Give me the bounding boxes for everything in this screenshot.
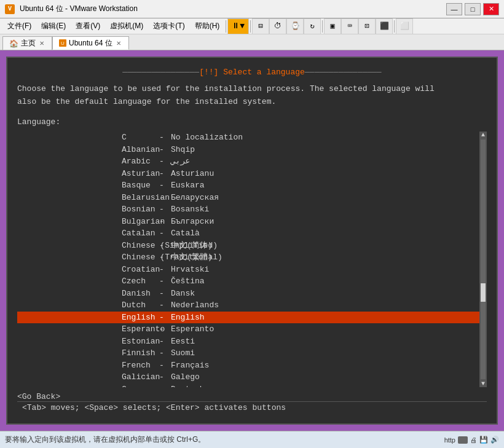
list-item[interactable]: Bulgarian-Български xyxy=(17,216,479,228)
main-content: ———————————————— [!!] Select a language … xyxy=(0,50,504,431)
lang-native: Galego xyxy=(171,371,479,383)
status-bar: <Tab> moves; <Space> selects; <Enter> ac… xyxy=(17,401,487,414)
scroll-down[interactable]: ▼ xyxy=(479,380,487,387)
menu-tabs[interactable]: 选项卡(T) xyxy=(148,20,189,33)
menu-help[interactable]: 帮助(H) xyxy=(190,20,225,33)
pause-button[interactable]: ⏸▼ xyxy=(227,18,249,34)
scrollbar[interactable]: ▲ ▼ xyxy=(479,132,487,387)
lang-dash: - xyxy=(152,383,171,387)
description: Choose the language to be used for the i… xyxy=(17,83,487,109)
list-item[interactable]: C-No localization xyxy=(17,132,479,144)
tab-ubuntu[interactable]: U Ubuntu 64 位 ✕ xyxy=(52,36,129,50)
lang-native: English xyxy=(171,312,479,324)
lang-native: Esperanto xyxy=(171,323,479,336)
lang-native: Français xyxy=(171,360,479,372)
lang-name: Danish xyxy=(17,288,152,300)
keyboard-button[interactable]: ⌨ xyxy=(341,18,358,34)
list-item[interactable]: Czech-Čeština xyxy=(17,275,479,288)
desc-line1: Choose the language to be used for the i… xyxy=(17,84,435,93)
screenshot-button[interactable]: ⊟ xyxy=(252,18,269,34)
go-back-button[interactable]: <Go Back> xyxy=(17,392,487,401)
lang-native: Asturianu xyxy=(171,168,479,180)
network-button[interactable]: ⌚ xyxy=(286,18,304,34)
language-list[interactable]: C-No localizationAlbanian-ShqipArabic-عر… xyxy=(17,132,479,387)
lang-name: French xyxy=(17,360,152,372)
menu-view[interactable]: 查看(V) xyxy=(71,20,105,33)
lang-native: Suomi xyxy=(171,347,479,360)
fullscreen-button[interactable]: ⬜ xyxy=(396,18,413,34)
menu-edit[interactable]: 编辑(E) xyxy=(36,20,71,33)
lang-native: Bosanski xyxy=(171,203,479,216)
scroll-up[interactable]: ▲ xyxy=(479,132,487,138)
close-button[interactable]: ✕ xyxy=(483,3,499,15)
lang-dash: - xyxy=(152,216,171,228)
lang-native: Deutsch xyxy=(171,383,479,387)
separator-3 xyxy=(322,20,323,33)
lang-native: Dansk xyxy=(171,288,479,300)
tab-ubuntu-label: Ubuntu 64 位 xyxy=(69,38,112,49)
lang-name: Czech xyxy=(17,275,152,288)
language-label: Language: xyxy=(17,116,487,128)
menu-file[interactable]: 文件(F) xyxy=(2,20,36,33)
dialog-title-area: ———————————————— [!!] Select a language … xyxy=(17,68,487,77)
list-item[interactable]: Danish-Dansk xyxy=(17,288,479,300)
separator-4 xyxy=(394,20,395,33)
lang-dash: - xyxy=(152,144,171,156)
list-item[interactable]: Chinese (Traditional)-中文(繁體) xyxy=(17,251,479,264)
list-item[interactable]: English-English xyxy=(17,312,479,324)
list-item[interactable]: Catalan-Català xyxy=(17,227,479,240)
lang-native: Hrvatski xyxy=(171,264,479,276)
lang-name: Asturian xyxy=(17,168,152,180)
lang-native: Shqip xyxy=(171,144,479,156)
lang-name: Bosnian xyxy=(17,203,152,216)
usb-button[interactable]: ⊡ xyxy=(358,18,376,34)
lang-native: Беларуская xyxy=(171,192,479,204)
lang-dash: - xyxy=(152,312,171,324)
lang-dash: - xyxy=(152,168,171,180)
lang-name: Albanian xyxy=(17,144,152,156)
scrollbar-track[interactable] xyxy=(481,140,486,379)
lang-native: Eesti xyxy=(171,336,479,348)
list-item[interactable]: Bosnian-Bosanski xyxy=(17,203,479,216)
list-item[interactable]: Galician-Galego xyxy=(17,371,479,383)
vm-screen[interactable]: ———————————————— [!!] Select a language … xyxy=(6,57,498,425)
clock-button[interactable]: ⏱ xyxy=(269,18,286,34)
lang-name: English xyxy=(17,312,152,324)
cycle-button[interactable]: ↻ xyxy=(304,18,321,34)
scrollbar-thumb[interactable] xyxy=(481,283,486,302)
list-item[interactable]: Albanian-Shqip xyxy=(17,144,479,156)
home-icon: 🏠 xyxy=(9,39,18,48)
list-item[interactable]: German-Deutsch xyxy=(17,383,479,387)
list-item[interactable]: Belarusian-Беларуская xyxy=(17,192,479,204)
minimize-button[interactable]: — xyxy=(446,3,462,15)
lang-native: عربي xyxy=(171,155,479,168)
lang-native: Čeština xyxy=(171,275,479,288)
ubuntu-icon: U xyxy=(59,39,66,47)
menu-vm[interactable]: 虚拟机(M) xyxy=(105,20,148,33)
bottom-bar-text: 要将输入定向到该虚拟机，请在虚拟机内部单击或按 Ctrl+G。 xyxy=(5,434,205,445)
tab-home-close[interactable]: ✕ xyxy=(38,39,45,47)
tab-ubuntu-close[interactable]: ✕ xyxy=(115,39,122,47)
list-item[interactable]: French-Français xyxy=(17,360,479,372)
list-item[interactable]: Basque-Euskara xyxy=(17,179,479,192)
lang-dash: - xyxy=(152,155,171,168)
list-item[interactable]: Asturian-Asturianu xyxy=(17,168,479,180)
monitor-button[interactable]: ▣ xyxy=(324,18,341,34)
list-item[interactable]: Dutch-Nederlands xyxy=(17,299,479,312)
list-item[interactable]: Croatian-Hrvatski xyxy=(17,264,479,276)
list-item[interactable]: Finnish-Suomi xyxy=(17,347,479,360)
maximize-button[interactable]: □ xyxy=(465,3,481,15)
lang-dash: - xyxy=(152,179,171,192)
status-icon-2: 💾 xyxy=(479,436,488,444)
list-item[interactable]: Esperanto-Esperanto xyxy=(17,323,479,336)
window-controls: — □ ✕ xyxy=(446,3,499,15)
lang-name: German xyxy=(17,383,152,387)
tab-home[interactable]: 🏠 主页 ✕ xyxy=(2,36,52,50)
floppy-button[interactable]: ⬛ xyxy=(376,18,393,34)
list-item[interactable]: Estonian-Eesti xyxy=(17,336,479,348)
list-item[interactable]: Arabic-عربي xyxy=(17,155,479,168)
desc-line2: also be the default language for the ins… xyxy=(17,97,276,106)
lang-dash: - xyxy=(152,299,171,312)
lang-dash: - xyxy=(152,203,171,216)
list-item[interactable]: Chinese (Simplified)-中文(简体) xyxy=(17,240,479,252)
